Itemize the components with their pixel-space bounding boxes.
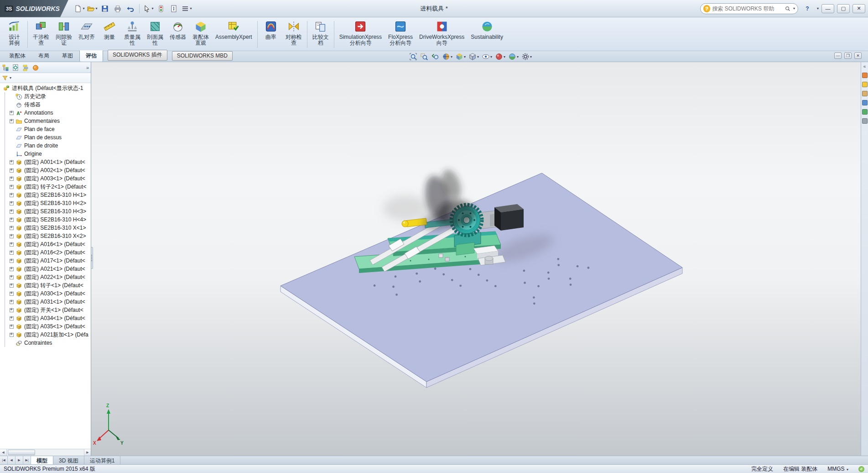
bottom-tab-0[interactable]: 模型: [31, 456, 53, 464]
appearances-scenes-icon[interactable]: [862, 109, 868, 115]
file-explorer-icon[interactable]: [862, 91, 868, 96]
expand-icon[interactable]: [10, 333, 14, 337]
expand-icon[interactable]: [10, 201, 14, 205]
ribbon-assembly-visualization-button[interactable]: 装配体直观: [189, 18, 212, 51]
expand-icon[interactable]: [10, 300, 14, 304]
document-restore-icon[interactable]: ❐: [844, 53, 852, 59]
expand-icon[interactable]: [10, 111, 14, 115]
ribbon-sustainability-button[interactable]: Sustainability: [468, 18, 506, 51]
expand-icon[interactable]: [10, 251, 14, 255]
tree-item[interactable]: (固定) A031<1> (Défaut<: [5, 298, 91, 306]
configurationmanager-icon[interactable]: [22, 64, 29, 71]
command-tab-3[interactable]: 评估: [79, 50, 103, 62]
tree-item[interactable]: (固定) 开关<1> (Défaut<: [5, 306, 91, 314]
tree-item[interactable]: (固定) A003<1> (Défaut<: [5, 174, 91, 183]
document-minimize-icon[interactable]: —: [834, 53, 842, 59]
expand-icon[interactable]: [10, 259, 14, 263]
filter-dropdown-icon[interactable]: ▾: [10, 76, 11, 80]
hide-show-items-button[interactable]: ▾: [481, 52, 493, 61]
window-maximize-button[interactable]: ▢: [837, 4, 850, 13]
tree-item[interactable]: (固定) A001<1> (Défaut<: [5, 158, 91, 166]
tab-scroll-last-icon[interactable]: ▶|: [23, 456, 31, 464]
bottom-tab-1[interactable]: 3D 视图: [53, 456, 84, 464]
ribbon-hole-alignment-button[interactable]: 孔对齐: [75, 18, 98, 51]
tab-scroll-prev-icon[interactable]: ◀: [8, 456, 16, 464]
addin-tab-0[interactable]: SOLIDWORKS 插件: [108, 50, 167, 61]
expand-icon[interactable]: [10, 292, 14, 296]
zoom-to-fit-button[interactable]: [408, 52, 418, 61]
expand-icon[interactable]: [10, 275, 14, 279]
tree-item[interactable]: Annotations: [5, 109, 91, 117]
bottom-tab-2[interactable]: 运动算例1: [84, 456, 121, 464]
featuremanager-tree-icon[interactable]: [2, 64, 9, 71]
addin-tab-1[interactable]: SOLIDWORKS MBD: [172, 51, 233, 61]
scrollbar-track[interactable]: [7, 449, 84, 456]
tree-root-item[interactable]: 进料载具 (Défaut<显示状态-1: [0, 84, 91, 92]
ribbon-simulationxpress-button[interactable]: SimulationXpress分析向导: [336, 18, 385, 51]
document-close-icon[interactable]: ✕: [854, 53, 862, 59]
expand-icon[interactable]: [10, 168, 14, 173]
undo-button[interactable]: [125, 3, 136, 15]
motor-box[interactable]: [494, 204, 524, 231]
tree-item[interactable]: (固定) SE2B16-310 X<1>: [5, 224, 91, 232]
assembly-3d-scene[interactable]: Z X Y: [91, 62, 861, 456]
displaymanager-icon[interactable]: [32, 64, 39, 71]
tree-item[interactable]: (固定) SE2B16-310 X<2>: [5, 232, 91, 240]
command-tab-1[interactable]: 布局: [32, 50, 56, 62]
tree-item[interactable]: (固定) 转子2<1> (Défaut<: [5, 183, 91, 191]
edit-appearance-button[interactable]: ▾: [494, 52, 506, 61]
ribbon-compare-documents-button[interactable]: 比较文档: [309, 18, 332, 51]
tree-item[interactable]: (固定) SE2B16-310 H<3>: [5, 207, 91, 215]
panel-tabs-overflow-icon[interactable]: »: [86, 65, 89, 70]
print-button[interactable]: [112, 3, 124, 15]
ribbon-design-study-button[interactable]: 设计算例: [3, 18, 26, 51]
expand-icon[interactable]: [10, 177, 14, 181]
window-minimize-button[interactable]: —: [821, 4, 834, 13]
base-plate[interactable]: [281, 173, 682, 388]
expand-icon[interactable]: [10, 325, 14, 329]
tree-item[interactable]: Plan de dessus: [5, 133, 91, 142]
expand-icon[interactable]: [10, 160, 14, 164]
tree-item[interactable]: Plan de face: [5, 125, 91, 133]
tree-item[interactable]: (固定) SE2B16-310 H<2>: [5, 199, 91, 207]
ribbon-symmetry-check-button[interactable]: 对称检查: [282, 18, 305, 51]
expand-icon[interactable]: [10, 308, 14, 312]
ribbon-curvature-button[interactable]: 曲率: [260, 18, 282, 51]
panel-horizontal-scrollbar[interactable]: ◀ ▶: [0, 449, 91, 456]
tree-item[interactable]: (固定) A016<2> (Défaut<: [5, 248, 91, 257]
help-search-box[interactable]: ? ▾: [700, 3, 798, 14]
design-library-icon[interactable]: [862, 82, 868, 87]
expand-icon[interactable]: [10, 284, 14, 288]
apply-scene-button[interactable]: ▾: [507, 52, 520, 61]
ribbon-section-properties-button[interactable]: 剖面属性: [144, 18, 166, 51]
tree-item[interactable]: (固定) A035<1> (Défaut<: [5, 322, 91, 331]
display-style-button[interactable]: ▾: [468, 52, 480, 61]
tree-item[interactable]: 传感器: [5, 100, 91, 109]
quick-tips-icon[interactable]: ✓: [858, 466, 864, 472]
rebuild-button[interactable]: [155, 3, 167, 15]
expand-icon[interactable]: [10, 210, 14, 214]
tree-item[interactable]: (固定) A034<1> (Défaut<: [5, 314, 91, 322]
select-tool-button[interactable]: ▾: [142, 3, 154, 15]
scrollbar-thumb[interactable]: [8, 450, 35, 455]
tree-item[interactable]: (固定) A030<1> (Défaut<: [5, 289, 91, 298]
tree-item[interactable]: Commentaires: [5, 117, 91, 125]
tree-item[interactable]: Plan de droite: [5, 142, 91, 150]
expand-icon[interactable]: [10, 193, 14, 197]
scroll-left-icon[interactable]: ◀: [0, 449, 7, 456]
expand-icon[interactable]: [10, 218, 14, 222]
options-button[interactable]: ▾: [181, 3, 192, 15]
command-tab-0[interactable]: 装配体: [3, 50, 32, 62]
tree-item[interactable]: Contraintes: [5, 339, 91, 347]
new-document-button[interactable]: ▾: [73, 3, 85, 15]
command-tab-2[interactable]: 草图: [56, 50, 79, 62]
expand-icon[interactable]: [10, 267, 14, 271]
tab-scroll-next-icon[interactable]: ▶: [16, 456, 23, 464]
tree-item[interactable]: (固定) A021新加<1> (Défa: [5, 331, 91, 339]
save-button[interactable]: [99, 3, 111, 15]
tree-item[interactable]: (固定) A021<1> (Défaut<: [5, 265, 91, 273]
ribbon-mass-properties-button[interactable]: 质量属性: [121, 18, 144, 51]
expand-icon[interactable]: [10, 119, 14, 123]
graphics-viewport[interactable]: Z X Y: [91, 62, 861, 456]
previous-view-button[interactable]: [430, 52, 440, 61]
